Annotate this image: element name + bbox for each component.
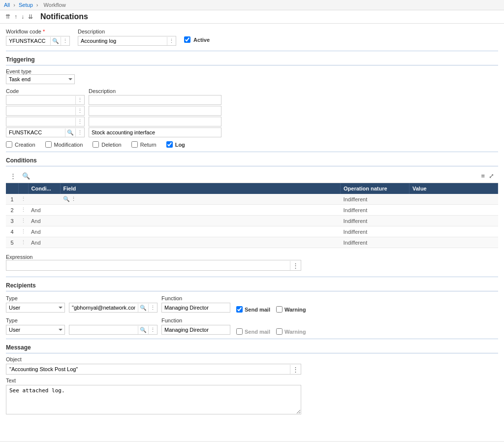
conditions-menu-btn[interactable]: ⋮	[9, 171, 17, 181]
recipient-type-label-2: Type	[6, 317, 65, 323]
code-input-3[interactable]	[6, 117, 75, 126]
row-4-field	[60, 226, 341, 237]
table-row: 5 ⋮ And Indifferent	[6, 237, 498, 248]
code-menu-4[interactable]: ⋮	[75, 128, 84, 137]
expression-input[interactable]	[6, 260, 290, 270]
arrow-down[interactable]: ↓	[20, 12, 26, 21]
object-input-container: ⋮	[6, 364, 301, 375]
description-label: Description	[78, 29, 176, 34]
drag-icon: ⋮	[21, 239, 26, 245]
send-mail-checkbox-2[interactable]	[236, 328, 243, 335]
warning-checkbox-1[interactable]	[276, 306, 283, 313]
code-desc-grid: Code Description ⋮ ⋮ ⋮ 🔍 ⋮	[6, 88, 227, 137]
workflow-code-input[interactable]	[6, 36, 50, 45]
code-menu-3[interactable]: ⋮	[75, 118, 84, 126]
code-input-4[interactable]	[6, 128, 65, 137]
drag-icon: ⋮	[21, 196, 26, 202]
field-search-1[interactable]: 🔍	[63, 196, 70, 202]
table-row: 4 ⋮ And Indifferent	[6, 226, 498, 237]
row-1-op: Indifferent	[341, 194, 410, 205]
desc-input-4[interactable]	[89, 127, 221, 137]
text-textarea[interactable]: See attached log.	[6, 385, 301, 414]
workflow-header-row: Workflow code * 🔍 ⋮ Description ⋮ Active	[6, 29, 498, 46]
table-row: 3 ⋮ And Indifferent	[6, 216, 498, 226]
breadcrumb-all[interactable]: All	[4, 2, 10, 8]
code-menu-2[interactable]: ⋮	[75, 107, 84, 115]
conditions-layers-btn[interactable]: ≡	[480, 171, 486, 181]
creation-checkbox-item: Creation	[6, 141, 35, 148]
message-header: Message	[6, 344, 498, 353]
desc-row-4	[89, 127, 227, 137]
code-row-4: 🔍 ⋮	[6, 127, 85, 137]
return-checkbox-item: Return	[131, 141, 157, 148]
object-input[interactable]	[6, 364, 290, 374]
row-3-field	[60, 216, 341, 226]
code-row-2: ⋮	[6, 106, 85, 116]
event-checkboxes-row: Creation Modification Deletion Return Lo…	[6, 141, 498, 148]
deletion-checkbox-item: Deletion	[93, 141, 121, 148]
arrow-down-last[interactable]: ⇊	[27, 12, 34, 21]
arrow-up[interactable]: ↑	[13, 12, 19, 21]
modification-checkbox-item: Modification	[45, 141, 83, 148]
recipient-email-menu-1[interactable]: ⋮	[148, 304, 157, 312]
breadcrumb-setup[interactable]: Setup	[19, 2, 33, 8]
expression-menu-icon[interactable]: ⋮	[290, 261, 301, 270]
return-checkbox[interactable]	[131, 141, 138, 148]
recipient-email-search-2[interactable]: 🔍	[138, 326, 148, 334]
warning-checkbox-2[interactable]	[276, 328, 283, 335]
th-op: Operation nature	[341, 183, 410, 194]
arrow-up-first[interactable]: ⇈	[4, 12, 12, 21]
modification-checkbox[interactable]	[45, 141, 52, 148]
log-checkbox-item: Log	[166, 141, 185, 148]
recipient-type-select-1[interactable]: User	[6, 303, 65, 313]
code-col-header: Code	[6, 88, 85, 94]
row-1-field: 🔍 ⋮	[60, 194, 341, 205]
function-input-1[interactable]	[161, 303, 230, 313]
object-menu-icon[interactable]: ⋮	[290, 365, 301, 374]
desc-input-3[interactable]	[89, 117, 221, 126]
function-input-2[interactable]	[161, 325, 230, 335]
event-type-select[interactable]: Task end	[6, 74, 75, 84]
description-input[interactable]	[78, 36, 167, 45]
drag-icon: ⋮	[21, 228, 26, 234]
code-search-4[interactable]: 🔍	[65, 128, 75, 137]
log-checkbox[interactable]	[166, 141, 173, 148]
function-label-1: Function	[161, 295, 230, 301]
field-menu-1[interactable]: ⋮	[71, 196, 76, 202]
conditions-table-head: Condi... Field Operation nature Value	[6, 183, 498, 194]
event-type-label: Event type	[6, 68, 498, 74]
th-cond: Condi...	[28, 183, 60, 194]
recipient-email-input-1[interactable]	[69, 303, 138, 312]
recipient-email-input-2[interactable]	[69, 325, 138, 334]
description-input-container: ⋮	[78, 36, 176, 46]
desc-input-2[interactable]	[89, 106, 221, 116]
recipient-email-search-1[interactable]: 🔍	[138, 304, 148, 312]
active-checkbox[interactable]	[184, 36, 190, 43]
row-1-val	[410, 194, 498, 205]
deletion-checkbox[interactable]	[93, 141, 99, 148]
desc-row-3	[89, 117, 227, 126]
code-input-2[interactable]	[6, 106, 75, 115]
conditions-header: Conditions	[6, 157, 498, 166]
code-menu-1[interactable]: ⋮	[75, 96, 84, 104]
workflow-code-menu-icon[interactable]: ⋮	[61, 37, 69, 45]
workflow-code-label: Workflow code *	[6, 29, 70, 34]
conditions-table-body: 1 ⋮ 🔍 ⋮ Indifferent 2 ⋮	[6, 194, 498, 248]
triggering-section-header: Triggering	[6, 56, 498, 65]
row-5-num: 5	[6, 237, 18, 248]
conditions-search-btn[interactable]: 🔍	[21, 171, 31, 181]
row-2-drag: ⋮	[18, 205, 28, 216]
code-input-1[interactable]	[6, 95, 75, 104]
desc-input-1[interactable]	[89, 95, 221, 105]
code-row-3: ⋮	[6, 117, 85, 126]
recipient-type-select-2[interactable]: User	[6, 325, 65, 335]
breadcrumb-workflow: Workflow	[44, 2, 66, 8]
creation-checkbox[interactable]	[6, 141, 12, 148]
description-menu-icon[interactable]: ⋮	[167, 37, 176, 45]
send-mail-checkbox-1[interactable]	[236, 306, 243, 313]
conditions-expand-btn[interactable]: ⤢	[488, 171, 495, 181]
conditions-section: Conditions ⋮ 🔍 ≡ ⤢ Condi... Field Operat…	[6, 157, 498, 248]
th-num	[6, 183, 18, 194]
recipient-email-menu-2[interactable]: ⋮	[148, 326, 157, 334]
workflow-code-search-icon[interactable]: 🔍	[50, 37, 61, 45]
